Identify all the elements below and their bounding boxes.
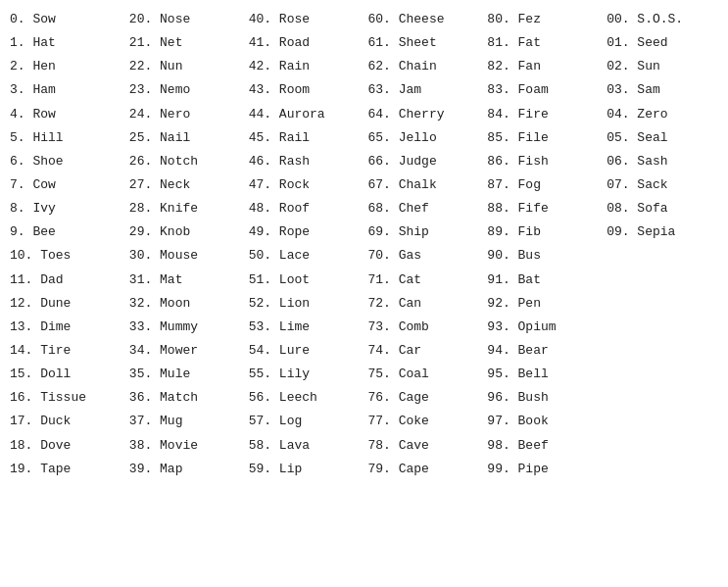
item-4-16: 96. Bush bbox=[483, 386, 603, 410]
item-1-18: 38. Movie bbox=[125, 434, 245, 458]
item-4-3: 83. Foam bbox=[483, 78, 603, 102]
item-1-7: 27. Neck bbox=[125, 173, 245, 197]
item-2-3: 43. Room bbox=[245, 78, 364, 102]
item-4-18: 98. Beef bbox=[483, 434, 603, 458]
item-4-9: 89. Fib bbox=[483, 220, 603, 244]
item-2-14: 54. Lure bbox=[245, 339, 364, 363]
item-1-9: 29. Knob bbox=[125, 220, 245, 244]
item-3-14: 74. Car bbox=[364, 339, 484, 363]
item-3-8: 68. Chef bbox=[364, 197, 484, 220]
item-0-18: 18. Dove bbox=[6, 434, 125, 458]
item-1-16: 36. Match bbox=[125, 386, 245, 410]
item-2-19: 59. Lip bbox=[245, 458, 364, 481]
item-2-10: 50. Lace bbox=[245, 244, 364, 268]
item-4-1: 81. Fat bbox=[483, 31, 603, 55]
item-2-6: 46. Rash bbox=[245, 150, 364, 173]
item-5-3: 03. Sam bbox=[603, 78, 722, 102]
item-4-14: 94. Bear bbox=[483, 339, 603, 363]
item-0-5: 5. Hill bbox=[6, 126, 125, 150]
main-grid: 0. Sow1. Hat2. Hen3. Ham4. Row5. Hill6. … bbox=[6, 8, 722, 481]
item-2-1: 41. Road bbox=[245, 31, 364, 55]
item-1-2: 22. Nun bbox=[125, 55, 245, 78]
item-0-19: 19. Tape bbox=[6, 458, 125, 481]
item-4-15: 95. Bell bbox=[483, 363, 603, 386]
item-4-19: 99. Pipe bbox=[483, 458, 603, 481]
item-0-15: 15. Doll bbox=[6, 363, 125, 386]
item-0-16: 16. Tissue bbox=[6, 386, 125, 410]
item-5-9: 09. Sepia bbox=[603, 220, 722, 244]
item-5-19 bbox=[603, 279, 722, 283]
column-5: 00. S.O.S.01. Seed02. Sun03. Sam04. Zero… bbox=[603, 8, 722, 481]
item-1-1: 21. Net bbox=[125, 31, 245, 55]
column-3: 60. Cheese61. Sheet62. Chain63. Jam64. C… bbox=[364, 8, 484, 481]
item-3-18: 78. Cave bbox=[364, 434, 484, 458]
item-3-7: 67. Chalk bbox=[364, 173, 484, 197]
item-3-9: 69. Ship bbox=[364, 220, 484, 244]
item-4-12: 92. Pen bbox=[483, 292, 603, 316]
item-5-2: 02. Sun bbox=[603, 55, 722, 78]
item-0-7: 7. Cow bbox=[6, 173, 125, 197]
item-2-17: 57. Log bbox=[245, 410, 364, 433]
item-3-10: 70. Gas bbox=[364, 244, 484, 268]
item-5-8: 08. Sofa bbox=[603, 197, 722, 220]
item-3-0: 60. Cheese bbox=[364, 8, 484, 31]
item-5-4: 04. Zero bbox=[603, 103, 722, 126]
item-1-4: 24. Nero bbox=[125, 103, 245, 126]
item-0-12: 12. Dune bbox=[6, 292, 125, 316]
item-1-15: 35. Mule bbox=[125, 363, 245, 386]
item-2-15: 55. Lily bbox=[245, 363, 364, 386]
item-2-12: 52. Lion bbox=[245, 292, 364, 316]
item-4-0: 80. Fez bbox=[483, 8, 603, 31]
item-1-17: 37. Mug bbox=[125, 410, 245, 433]
item-1-0: 20. Nose bbox=[125, 8, 245, 31]
item-3-2: 62. Chain bbox=[364, 55, 484, 78]
item-1-19: 39. Map bbox=[125, 458, 245, 481]
item-0-1: 1. Hat bbox=[6, 31, 125, 55]
item-3-12: 72. Can bbox=[364, 292, 484, 316]
item-4-11: 91. Bat bbox=[483, 269, 603, 292]
item-1-5: 25. Nail bbox=[125, 126, 245, 150]
item-4-17: 97. Book bbox=[483, 410, 603, 433]
item-1-11: 31. Mat bbox=[125, 269, 245, 292]
column-0: 0. Sow1. Hat2. Hen3. Ham4. Row5. Hill6. … bbox=[6, 8, 125, 481]
item-3-3: 63. Jam bbox=[364, 78, 484, 102]
item-3-19: 79. Cape bbox=[364, 458, 484, 481]
item-3-17: 77. Coke bbox=[364, 410, 484, 433]
item-5-1: 01. Seed bbox=[603, 31, 722, 55]
item-2-0: 40. Rose bbox=[245, 8, 364, 31]
item-5-7: 07. Sack bbox=[603, 173, 722, 197]
item-3-15: 75. Coal bbox=[364, 363, 484, 386]
item-4-4: 84. Fire bbox=[483, 103, 603, 126]
item-0-6: 6. Shoe bbox=[6, 150, 125, 173]
item-3-6: 66. Judge bbox=[364, 150, 484, 173]
item-1-13: 33. Mummy bbox=[125, 316, 245, 339]
item-0-14: 14. Tire bbox=[6, 339, 125, 363]
column-1: 20. Nose21. Net22. Nun23. Nemo24. Nero25… bbox=[125, 8, 245, 481]
item-4-10: 90. Bus bbox=[483, 244, 603, 268]
item-1-3: 23. Nemo bbox=[125, 78, 245, 102]
item-2-13: 53. Lime bbox=[245, 316, 364, 339]
item-0-17: 17. Duck bbox=[6, 410, 125, 433]
item-3-4: 64. Cherry bbox=[364, 103, 484, 126]
item-4-7: 87. Fog bbox=[483, 173, 603, 197]
item-3-16: 76. Cage bbox=[364, 386, 484, 410]
item-3-11: 71. Cat bbox=[364, 269, 484, 292]
item-0-8: 8. Ivy bbox=[6, 197, 125, 220]
item-3-5: 65. Jello bbox=[364, 126, 484, 150]
item-3-1: 61. Sheet bbox=[364, 31, 484, 55]
item-4-13: 93. Opium bbox=[483, 316, 603, 339]
item-2-5: 45. Rail bbox=[245, 126, 364, 150]
item-0-10: 10. Toes bbox=[6, 244, 125, 268]
item-2-11: 51. Loot bbox=[245, 269, 364, 292]
item-0-9: 9. Bee bbox=[6, 220, 125, 244]
item-4-2: 82. Fan bbox=[483, 55, 603, 78]
item-1-12: 32. Moon bbox=[125, 292, 245, 316]
item-0-3: 3. Ham bbox=[6, 78, 125, 102]
item-1-8: 28. Knife bbox=[125, 197, 245, 220]
item-4-5: 85. File bbox=[483, 126, 603, 150]
item-5-0: 00. S.O.S. bbox=[603, 8, 722, 31]
column-2: 40. Rose41. Road42. Rain43. Room44. Auro… bbox=[245, 8, 364, 481]
item-3-13: 73. Comb bbox=[364, 316, 484, 339]
item-4-6: 86. Fish bbox=[483, 150, 603, 173]
item-1-10: 30. Mouse bbox=[125, 244, 245, 268]
